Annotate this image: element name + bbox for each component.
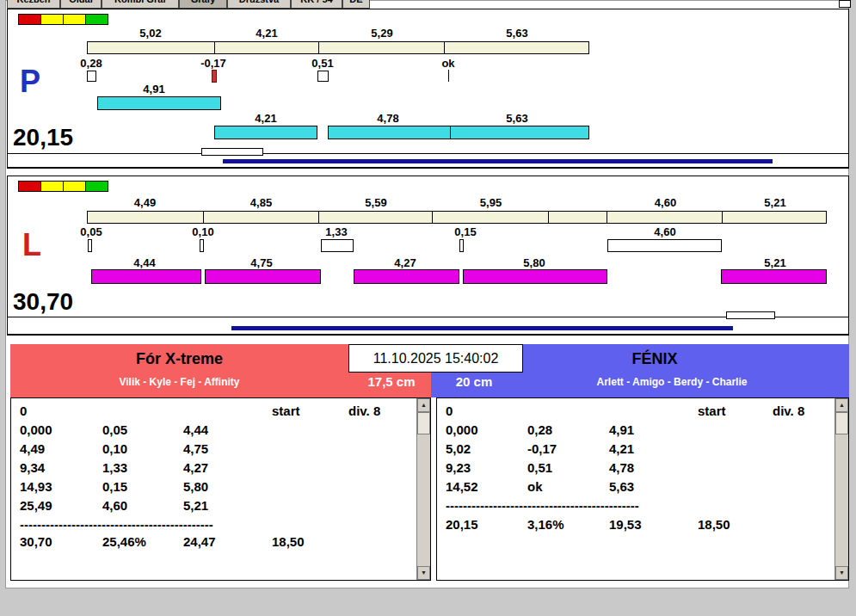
table-cell: 4,91 [609,422,634,437]
table-cell: 5,63 [609,479,634,494]
table-separator-row: ----------------------------------------… [437,498,848,515]
table-row: 9,34 1,33 4,27 [11,460,430,477]
scale-label: 5,63 [445,27,589,40]
status-square-yellow [63,14,86,25]
table-cell: 3,16% [527,517,564,532]
table-cell: 18,50 [698,517,730,532]
scale-bar-segment [607,212,724,223]
p-run-label: 4,21 [231,112,300,125]
scroll-up-button[interactable]: ▲ [835,398,848,412]
scale-label: 5,21 [724,196,827,209]
panel-l: 4,49 4,85 5,59 5,95 4,60 5,21 0,05 0,10 … [7,176,849,336]
left-results-panel: 0 start div. 8 0,000 0,05 4,44 4,49 0,10… [10,397,431,581]
l-run-bar [91,269,201,284]
status-square-yellow [63,181,86,192]
l-diff-label: 4,60 [631,225,699,238]
table-cell: div. 8 [348,403,380,418]
scroll-down-button[interactable]: ▼ [835,566,848,580]
status-square-red [18,14,41,25]
l-total-time: 30,70 [13,289,73,315]
table-cell: 19,53 [609,517,642,532]
table-cell: 30,70 [20,534,52,549]
right-scrollbar[interactable]: ▲ ▼ [834,398,848,580]
l-run-label: 5,21 [741,256,810,269]
p-run-bar [328,126,451,139]
table-row: 5,02 -0,17 4,21 [437,441,848,459]
l-diff-marker [200,239,204,252]
l-diff-marker [459,239,464,252]
p-diff-marker-tick [448,70,449,82]
p-diff-marker [87,71,96,82]
tab-de[interactable]: DE [342,0,370,9]
team-left-height: 17,5 cm [353,374,430,389]
left-scrollbar[interactable]: ▲ ▼ [416,398,430,580]
top-right-box [839,0,851,8]
table-cell: 0,15 [102,479,127,494]
p-scale-labels: 5,02 4,21 5,29 5,63 [87,27,589,40]
scale-bar-segment [433,212,549,223]
separator-dashes: ----------------------------------------… [20,517,213,532]
p-progress-marker-box [201,148,263,156]
p-total-time: 20,15 [13,125,73,151]
table-cell: 4,49 [20,441,45,456]
tab-druzstva[interactable]: Druzstva [227,0,291,9]
team-right-members: Arlett - Amigo - Berdy - Charlie [517,376,827,388]
table-cell: 0,000 [20,422,52,437]
tab-label: Kezben [16,0,50,4]
tab-label: Oldal [69,0,93,4]
tab-strip: Kezben Oldal Kombi Graf Grafy Druzstva K… [7,0,370,9]
p-diff-label: 0,28 [57,57,126,70]
table-cell: 5,21 [183,498,208,513]
p-panel-letter: P [20,66,40,97]
scale-bar-segment [215,42,320,53]
timestamp: 11.10.2025 15:40:02 [373,351,499,366]
scale-bar-segment [549,212,607,223]
table-cell: 14,52 [446,479,478,494]
table-cell: 9,23 [446,460,471,475]
p-divider-line [8,153,848,154]
table-row: 14,93 0,15 5,80 [11,479,430,496]
p-diff-label: -0,17 [179,57,248,70]
app-window: Kezben Oldal Kombi Graf Grafy Druzstva K… [0,0,856,616]
status-squares [18,181,108,192]
scroll-up-button[interactable]: ▲ [417,398,430,412]
table-cell: 0,51 [527,460,552,475]
team-right-name: FÉNIX [508,350,801,368]
p-lead-bar [97,96,221,110]
tab-kezben[interactable]: Kezben [7,0,60,9]
scale-label: 4,49 [87,196,203,209]
scrollbar-thumb[interactable] [417,412,430,434]
l-run-label: 4,75 [227,256,296,269]
tab-kombi-graf[interactable]: Kombi Graf [102,0,179,9]
status-square-green [85,181,108,192]
tab-grafy[interactable]: Grafy [179,0,227,9]
scroll-down-icon: ▼ [421,570,427,576]
table-cell: 14,93 [20,479,52,494]
table-cell: 25,46% [102,534,146,549]
table-cell: -0,17 [527,441,557,456]
p-diff-marker [317,71,329,82]
timestamp-box: 11.10.2025 15:40:02 [348,344,523,373]
scrollbar-thumb[interactable] [835,412,848,434]
table-cell: 5,80 [183,479,208,494]
scale-bar-segment [319,212,433,223]
table-cell: 0,10 [102,441,127,456]
scale-bar-segment [88,212,204,223]
table-cell: 25,49 [20,498,52,513]
scale-label: 5,95 [433,196,549,209]
scroll-up-icon: ▲ [839,402,845,408]
p-run-bar [214,126,317,139]
table-cell: 9,34 [20,460,45,475]
scroll-down-button[interactable]: ▼ [417,566,430,580]
table-cell: 4,78 [609,460,634,475]
p-diff-marker-red [212,70,217,83]
scale-label: 5,59 [319,196,433,209]
l-run-label: 4,27 [371,256,440,269]
l-divider-line [8,317,848,317]
tab-kr-54[interactable]: KR / 54 [291,0,342,9]
table-cell: 0 [20,403,27,418]
tab-oldal[interactable]: Oldal [60,0,102,9]
tab-label: Druzstva [239,0,279,4]
table-row: 0,000 0,05 4,44 [11,422,430,440]
l-diff-marker [321,239,354,252]
